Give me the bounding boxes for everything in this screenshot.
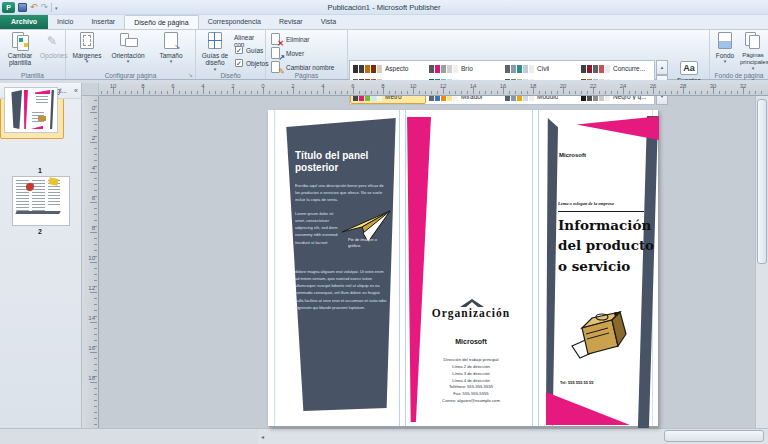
page-2-label[interactable]: 2 [0, 228, 80, 235]
scheme-swatches [429, 65, 458, 73]
opciones-button[interactable]: ✎ Opciones [39, 31, 65, 59]
fondo-button[interactable]: Fondo ▾ [711, 31, 739, 64]
mover-button[interactable]: ↗ Mover [270, 47, 304, 60]
tab-insertar[interactable]: Insertar [82, 15, 124, 29]
options-pencil-icon: ✎ [42, 31, 62, 51]
horizontal-ruler: 10864202468101214161820222426283032 [99, 83, 768, 96]
page-navigation-pane: Navegación de pági... « ◢ 1 [0, 83, 82, 428]
orientation-icon [118, 31, 138, 51]
scheme-name: Aspecto [385, 65, 409, 72]
page-size-icon: ↘ [161, 31, 181, 51]
front-pink-bottom-shape[interactable] [546, 389, 630, 426]
scheme-swatches [505, 65, 534, 73]
objetos-checkbox-icon[interactable]: ✓ [235, 59, 243, 67]
tagline-divider [558, 211, 644, 212]
printer-clipart-image[interactable] [568, 306, 632, 366]
ribbon-tab-row: ArchivoInicioInsertarDiseño de páginaCor… [0, 15, 768, 29]
organization-address-block[interactable]: Dirección del trabajo principalLínea 2 d… [408, 356, 534, 444]
bottom-bar: ◂ [0, 428, 768, 444]
tab-revisar[interactable]: Revisar [270, 15, 312, 29]
vertical-scrollbar[interactable] [755, 96, 768, 428]
layout-guides-icon [205, 31, 225, 51]
tab-vista[interactable]: Vista [312, 15, 345, 29]
delete-page-icon: ✕ [270, 33, 283, 46]
front-left-wedge-shape[interactable] [546, 118, 558, 426]
page-1-thumbnail-selected[interactable] [0, 83, 64, 139]
group-label-configurar: Configurar página [66, 72, 195, 79]
paginas-principales-button[interactable]: Páginas principales ▾ [739, 31, 767, 71]
column-guide [405, 110, 406, 426]
back-panel-body-full[interactable]: dolore magna aliguam erat volutpat. Ut w… [295, 268, 387, 354]
ruler-corner [82, 83, 99, 96]
horizontal-scrollbar-thumb[interactable] [664, 430, 764, 442]
scheme-civil[interactable]: Civil [502, 62, 578, 76]
checkbox-objetos[interactable]: ✓ Objetos [235, 59, 268, 67]
tab-diseño-de-página[interactable]: Diseño de página [124, 15, 199, 29]
organization-name[interactable]: Organización [408, 307, 534, 319]
guias-checkbox-icon[interactable]: ✓ [235, 46, 243, 54]
title-bar: P ↶ ↷ ▾ Publicación1 - Microsoft Publish… [0, 0, 768, 15]
vertical-scrollbar-thumb[interactable] [757, 99, 767, 264]
group-configurar-pagina: Márgenes ▾ Orientación ▾ ↘ Tamaño ▾ ↘ [66, 30, 196, 79]
address-line: Fax: 555-555-5555 [408, 391, 534, 398]
group-plantilla: Cambiar plantilla ✎ Opciones Plantilla [0, 30, 66, 79]
image-caption[interactable]: Pie de imagen o gráfico. [348, 237, 390, 261]
address-line: Línea 2 de dirección [408, 363, 534, 370]
group-label-paginas: Páginas [266, 72, 347, 79]
checkbox-guias[interactable]: ✓ Guías [235, 46, 263, 54]
vertical-ruler: 024681012141618 [82, 96, 99, 428]
fonts-aa-icon: Aa [680, 61, 698, 75]
cambiar-plantilla-button[interactable]: Cambiar plantilla [1, 31, 39, 67]
scheme-swatches [353, 65, 382, 73]
page-2-thumbnail[interactable] [12, 176, 70, 226]
group-fondo-de-pagina: Fondo ▾ Páginas principales ▾ Fondo de p… [710, 30, 768, 79]
column-guide [538, 110, 539, 426]
address-line: Línea 3 de dirección [408, 370, 534, 377]
margin-guide [274, 110, 275, 426]
guias-checkbox-label: Guías [246, 47, 263, 54]
scheme-concurre-[interactable]: Concurre... [578, 62, 654, 76]
master-pages-icon [743, 31, 763, 51]
eliminar-button[interactable]: ✕ Eliminar [270, 33, 309, 46]
scheme-aspecto[interactable]: Aspecto [350, 62, 426, 76]
front-company-name[interactable]: Microsoft [559, 152, 586, 158]
tab-inicio[interactable]: Inicio [48, 15, 82, 29]
group-label-plantilla: Plantilla [0, 72, 65, 79]
margins-icon [77, 31, 97, 51]
address-line: Línea 4 de dirección [408, 377, 534, 384]
tamano-button[interactable]: ↘ Tamaño ▾ [152, 31, 190, 64]
group-label-fondo: Fondo de página [710, 72, 768, 79]
group-label-diseno: Diseño [196, 72, 265, 79]
scheme-name: Concurre... [613, 65, 645, 72]
publication-page[interactable]: Título del panel posterior Escriba aquí … [268, 110, 658, 426]
address-line: Correo: alguien@example.com [408, 398, 534, 405]
organization-company[interactable]: Microsoft [421, 338, 521, 345]
address-line: Dirección del trabajo principal [408, 356, 534, 363]
guias-de-diseno-button[interactable]: Guías de diseño ▾ [197, 31, 233, 72]
window-title: Publicación1 - Microsoft Publisher [0, 0, 768, 15]
organization-logo-icon[interactable] [460, 299, 484, 307]
gallery-scroll-up-icon[interactable]: ▴ [656, 60, 668, 75]
tab-correspondencia[interactable]: Correspondencia [199, 15, 270, 29]
collapse-pane-icon[interactable]: « [74, 83, 78, 99]
publisher-window: P ↶ ↷ ▾ Publicación1 - Microsoft Publish… [0, 0, 768, 444]
back-panel-title[interactable]: Título del panel posterior [295, 150, 391, 173]
front-pink-top-shape[interactable] [573, 115, 659, 142]
column-guide [399, 110, 400, 426]
background-icon [715, 31, 735, 51]
page-1-label[interactable]: 1 [0, 167, 80, 174]
orientacion-button[interactable]: Orientación ▾ [106, 31, 150, 64]
group-diseno: Guías de diseño ▾ Alinear con ✓ Guías ✓ … [196, 30, 266, 79]
address-line: Teléfono: 555-555-5555 [408, 384, 534, 391]
margenes-button[interactable]: Márgenes ▾ [68, 31, 106, 64]
change-template-icon [10, 31, 30, 51]
front-title[interactable]: Información del producto o servicio [558, 215, 655, 276]
front-telephone[interactable]: Tel: 555 555 55 55 [560, 380, 640, 390]
tab-archivo[interactable]: Archivo [0, 15, 48, 29]
group-paginas: ✕ Eliminar ↗ Mover ✎ Cambiar nombre Pági… [266, 30, 348, 79]
page-1-thumbnail-art [4, 87, 58, 133]
ribbon: Cambiar plantilla ✎ Opciones Plantilla M… [0, 29, 768, 80]
scheme-name: Brío [461, 65, 473, 72]
scroll-left-icon[interactable]: ◂ [261, 433, 264, 440]
scheme-br-o[interactable]: Brío [426, 62, 502, 76]
